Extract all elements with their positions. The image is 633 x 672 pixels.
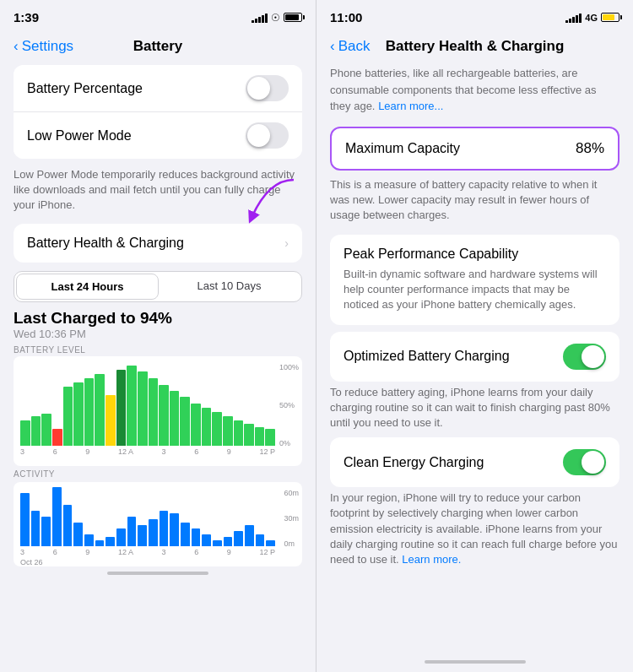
signal-bar-5 (265, 14, 268, 23)
right-home-indicator (316, 655, 633, 672)
battery-chart-label: BATTERY LEVEL (14, 345, 302, 355)
bar-10 (116, 370, 127, 446)
battery-health-chevron-icon: › (284, 236, 289, 250)
battery-intro-text: Phone batteries, like all rechargeable b… (330, 65, 619, 115)
battery-x-labels: 3 6 9 12 A 3 6 9 12 P (20, 447, 275, 456)
bar-22 (244, 424, 254, 446)
signal-bar-1 (252, 20, 254, 23)
act-bar-5 (63, 505, 73, 546)
low-power-mode-row[interactable]: Low Power Mode (14, 112, 302, 159)
battery-fill-left (285, 14, 299, 20)
signal-bar-4 (262, 15, 264, 23)
battery-percentage-row[interactable]: Battery Percentage (14, 65, 302, 112)
battery-icon-right (601, 13, 619, 22)
right-nav-title: Battery Health & Charging (386, 38, 565, 55)
network-type-label: 4G (585, 13, 598, 23)
activity-x-labels: 3 6 9 12 A 3 6 9 12 P (20, 548, 275, 556)
charge-subtitle: Wed 10:36 PM (14, 328, 302, 340)
signal-bar-3 (258, 17, 261, 23)
charge-info: Last Charged to 94% Wed 10:36 PM (0, 309, 316, 342)
tab-last-10-days[interactable]: Last 10 Days (159, 274, 300, 300)
right-time: 11:00 (330, 10, 362, 24)
back-chevron-icon: ‹ (14, 38, 19, 55)
battery-icon-left (284, 13, 302, 22)
left-status-bar: 1:39 ☉ (0, 0, 316, 31)
act-bar-11 (127, 517, 137, 546)
act-bar-6 (73, 523, 83, 546)
low-power-mode-label: Low Power Mode (27, 128, 132, 144)
activity-chart: 60m 30m 0m (14, 482, 302, 566)
wifi-icon: ☉ (271, 12, 280, 24)
tab-10-label: Last 10 Days (197, 279, 262, 292)
battery-percentage-toggle[interactable] (246, 75, 289, 101)
capacity-value: 88% (576, 140, 604, 157)
act-bar-10 (116, 528, 126, 546)
act-bar-18 (202, 534, 211, 546)
signal-bar-r1 (565, 20, 568, 23)
left-nav-title: Battery (133, 38, 183, 55)
charge-title: Last Charged to 94% (14, 309, 302, 328)
bar-4 (52, 429, 62, 446)
act-bar-19 (213, 540, 222, 546)
act-bar-14 (160, 511, 169, 546)
low-power-mode-toggle-knob (247, 124, 270, 147)
bar-11 (127, 366, 137, 446)
activity-section: ACTIVITY 60m 30m 0m (14, 469, 302, 566)
bar-8 (95, 374, 105, 446)
clean-energy-toggle[interactable] (563, 449, 606, 475)
left-status-icons: ☉ (252, 12, 302, 24)
arrow-svg (243, 176, 311, 226)
learn-more-link-clean[interactable]: Learn more. (402, 553, 461, 566)
optimized-toggle-knob (582, 345, 604, 368)
right-nav-bar: ‹ Back Battery Health & Charging (316, 31, 633, 65)
act-bar-20 (224, 537, 233, 546)
signal-bars-left (252, 13, 268, 23)
battery-level-section: BATTERY LEVEL 100% 50% 0% (14, 345, 302, 466)
activity-y-labels: 60m 30m 0m (284, 489, 299, 548)
act-bar-2 (31, 511, 41, 546)
home-bar (107, 572, 208, 575)
left-home-indicator (0, 566, 316, 583)
act-bar-24 (266, 540, 275, 546)
right-panel: 11:00 4G ‹ Back Battery Health & Chargin… (316, 0, 633, 672)
act-bar-17 (192, 528, 201, 546)
tab-24-label: Last 24 Hours (51, 280, 124, 293)
battery-percentage-toggle-knob (247, 77, 270, 100)
right-home-bar (425, 660, 526, 664)
back-chevron-icon-right: ‹ (330, 38, 335, 55)
bar-3 (41, 414, 51, 446)
act-bar-7 (84, 534, 94, 546)
battery-settings-group: Battery Percentage Low Power Mode (14, 65, 302, 159)
activity-bars (20, 487, 275, 546)
bar-16 (180, 397, 190, 446)
back-button-right[interactable]: ‹ Back (330, 38, 370, 55)
bar-1 (20, 420, 30, 446)
left-panel: 1:39 ☉ ‹ Settings Battery Battery Percen… (0, 0, 316, 672)
bar-17 (191, 404, 201, 446)
bar-6 (73, 382, 84, 446)
clean-energy-description: In your region, iPhone will try to reduc… (330, 490, 619, 567)
maximum-capacity-card: Maximum Capacity 88% (330, 127, 619, 171)
bar-5 (63, 387, 73, 446)
act-bar-21 (234, 531, 243, 546)
time-filter-tabs[interactable]: Last 24 Hours Last 10 Days (14, 271, 302, 302)
activity-chart-label: ACTIVITY (14, 469, 302, 479)
settings-back-button[interactable]: ‹ Settings (14, 38, 73, 55)
battery-percentage-label: Battery Percentage (27, 81, 143, 96)
act-bar-1 (20, 493, 30, 546)
back-label: Settings (22, 38, 73, 55)
bar-9 (106, 395, 116, 446)
learn-more-link-intro[interactable]: Learn more... (378, 100, 443, 112)
clean-energy-toggle-knob (582, 451, 604, 474)
clean-energy-row: Clean Energy Charging (330, 437, 619, 487)
signal-bar-r5 (579, 14, 582, 23)
low-power-mode-toggle[interactable] (246, 122, 289, 149)
right-status-icons: 4G (565, 13, 619, 23)
purple-arrow (243, 176, 311, 230)
act-bar-16 (181, 523, 190, 546)
bar-21 (234, 420, 244, 446)
bar-24 (265, 429, 275, 446)
optimized-charging-toggle[interactable] (563, 344, 606, 370)
act-bar-4 (52, 487, 62, 546)
tab-last-24-hours[interactable]: Last 24 Hours (16, 274, 159, 300)
